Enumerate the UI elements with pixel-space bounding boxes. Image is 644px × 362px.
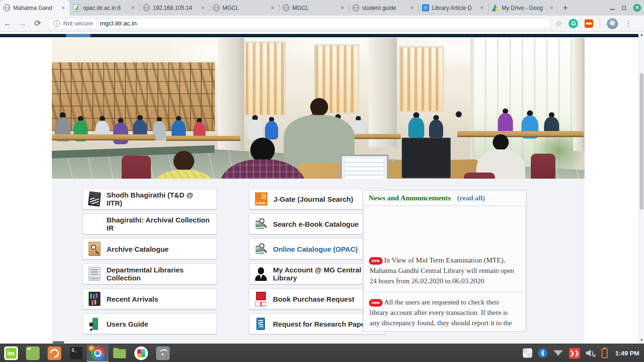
orange-extension-icon[interactable]: [585, 19, 593, 28]
back-button[interactable]: ←: [0, 19, 15, 28]
tab-close-icon[interactable]: [130, 5, 136, 11]
photo-student-yellow-shirt: [149, 151, 219, 179]
tab-close-icon[interactable]: [479, 5, 485, 11]
tab-close-icon[interactable]: [548, 5, 555, 11]
menu-label: J-Gate (Journal Search): [273, 195, 353, 203]
show-desktop-icon: [26, 346, 40, 360]
menu-recent-arrivals[interactable]: Recent Arrivals: [83, 288, 217, 309]
taskbar-chrome-button[interactable]: 6: [87, 344, 108, 362]
file-manager-icon: [113, 346, 126, 360]
tab-close-icon[interactable]: [339, 5, 346, 11]
minimize-button[interactable]: [610, 9, 615, 10]
browser-tab-strip: Mahatma Gand opac.iitr.ac.in:8 192.168.1…: [0, 0, 644, 16]
photo-student: [429, 115, 443, 139]
restore-button[interactable]: [622, 6, 626, 10]
scrollbar-thumb[interactable]: [640, 73, 644, 210]
tab-title: 192.168.105.14: [153, 5, 197, 11]
slack-tray-icon[interactable]: [523, 348, 532, 358]
tab-close-icon[interactable]: [409, 5, 415, 11]
taskbar-clock[interactable]: 1:49 PM: [615, 350, 639, 357]
menu-shodh-bhagirathi[interactable]: Shodh Bhagirathi (T&D @ IITR): [83, 189, 217, 209]
close-button[interactable]: ×: [633, 4, 641, 12]
profile-avatar[interactable]: [607, 18, 618, 29]
taskbar-terminal-button[interactable]: [65, 344, 87, 362]
globe-favicon: [282, 4, 289, 11]
news-item: newIn View of Mid Term Examination (MTE)…: [363, 206, 526, 292]
news-header: News and Announcements (read all): [363, 190, 526, 206]
globe-favicon: [3, 4, 10, 11]
taskbar: 6 ❯❯ 1:49 PM: [0, 344, 644, 362]
toolbar-right-icons: ☆ G ⋮: [555, 18, 632, 29]
site-nav-active-item[interactable]: [66, 34, 91, 37]
bookmark-star-icon[interactable]: ☆: [555, 19, 562, 28]
photo-pillar: [218, 38, 244, 150]
wifi-app-icon: [156, 346, 170, 360]
taskbar-mint-menu-button[interactable]: [0, 344, 22, 362]
photo-student: [408, 112, 424, 139]
volume-muted-icon[interactable]: [586, 349, 596, 357]
bookshelf-icon: [89, 292, 100, 306]
menu-users-guide[interactable]: Users Guide: [83, 313, 217, 334]
scroll-up-arrow[interactable]: ▲: [639, 32, 644, 38]
taskbar-network-app-button[interactable]: [152, 344, 173, 362]
tab-title: opac.iitr.ac.in:8: [83, 5, 127, 11]
toolbar-divider: [600, 19, 600, 28]
taskbar-files-button[interactable]: [108, 344, 130, 362]
system-tray: ❯❯ 1:49 PM: [523, 348, 644, 359]
bluetooth-icon[interactable]: [538, 348, 547, 358]
tab-close-icon[interactable]: [269, 5, 276, 11]
menu-bhagirathi-archival[interactable]: Bhagirathi: Archival Collection IR: [83, 214, 217, 234]
tab-my-drive[interactable]: My Drive - Goog: [488, 0, 558, 16]
photo-student: [498, 108, 513, 134]
scroll-down-arrow[interactable]: ▼: [639, 337, 644, 344]
site-navigation-bar: [0, 34, 639, 37]
browser-toolbar: ← → ⟳ i Not secure mgcl.iitr.ac.in ☆ G ⋮: [0, 16, 644, 32]
forward-button[interactable]: →: [15, 19, 30, 28]
photo-student: [265, 117, 278, 140]
new-tab-button[interactable]: +: [558, 0, 572, 16]
news-item-text: In View of Mid Term Examination (MTE), M…: [370, 256, 514, 285]
photo-laptop: [340, 155, 388, 179]
wifi-tray-icon[interactable]: [553, 349, 563, 357]
tab-title: MGCL: [292, 5, 336, 11]
news-read-all-link[interactable]: (read all): [457, 194, 485, 202]
tab-ip-address[interactable]: 192.168.105.14: [140, 0, 209, 16]
taskbar-show-desktop-button[interactable]: [22, 344, 43, 362]
menu-departmental-libraries[interactable]: Departmental Libraries Collection: [83, 263, 217, 284]
tab-mgcl-1[interactable]: MGCL: [209, 0, 279, 16]
battery-icon[interactable]: [602, 348, 608, 358]
menu-archive-catalogue[interactable]: Archive Catalogue: [83, 239, 217, 259]
chrome-menu-icon[interactable]: ⋮: [625, 19, 632, 28]
not-secure-info-icon[interactable]: i: [53, 20, 60, 27]
taskbar-firefox-button[interactable]: [43, 344, 65, 362]
tab-title: Mahatma Gand: [13, 5, 57, 11]
mint-menu-icon: [4, 346, 18, 360]
taskbar-slack-button[interactable]: [130, 344, 152, 362]
google-docs-favicon: [422, 4, 429, 11]
tab-mgcl-2[interactable]: MGCL: [279, 0, 349, 16]
tab-library-article-doc[interactable]: Library Article D: [419, 0, 488, 16]
window-controls: ×: [610, 0, 641, 16]
news-item: newAll the users are requested to check …: [363, 292, 526, 332]
tab-mahatma-gandhi-library[interactable]: Mahatma Gand: [0, 0, 70, 16]
reload-button[interactable]: ⟳: [30, 18, 45, 28]
page-scrollbar[interactable]: ▲ ▼: [638, 32, 644, 344]
anydesk-icon[interactable]: ❯❯: [569, 348, 580, 359]
tab-title: MGCL: [223, 5, 266, 11]
tab-close-icon[interactable]: [199, 5, 206, 11]
tab-opac[interactable]: opac.iitr.ac.in:8: [70, 0, 140, 16]
address-bar[interactable]: i Not secure mgcl.iitr.ac.in: [48, 18, 551, 29]
menu-label: Users Guide: [107, 320, 148, 328]
thesis-book-icon: [88, 191, 101, 206]
grammarly-extension-icon[interactable]: G: [569, 19, 578, 28]
firefox-icon: [48, 346, 61, 360]
book-purchase-icon: [255, 292, 267, 306]
menu-label: Shodh Bhagirathi (T&D @ IITR): [107, 191, 211, 207]
menu-label: Bhagirathi: Archival Collection IR: [107, 216, 211, 232]
tab-student-guide[interactable]: student guide: [349, 0, 419, 16]
slack-icon: [134, 346, 148, 360]
photo-chair: [122, 156, 151, 179]
tab-close-icon[interactable]: [60, 5, 66, 11]
news-title: News and Announcements: [369, 194, 451, 202]
news-panel: News and Announcements (read all) newIn …: [363, 190, 527, 332]
